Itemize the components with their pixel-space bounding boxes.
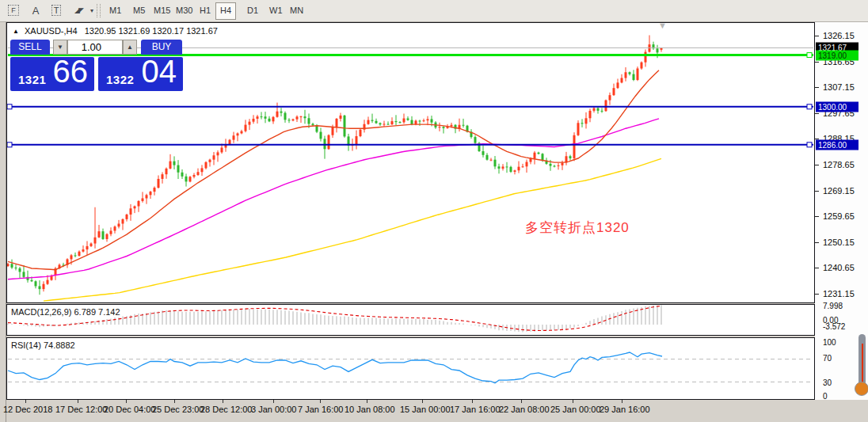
buy-price-display[interactable]: 1322 04 — [98, 57, 183, 91]
macd-scale-label: 7.998 — [823, 302, 843, 310]
time-label: 7 Jan 16:00 — [298, 405, 344, 414]
timeframe-button-m30[interactable]: M30 — [171, 2, 197, 18]
price-tick-label: 1259.65 — [823, 211, 855, 221]
price-tick-dash — [815, 87, 819, 88]
buy-button[interactable]: BUY — [141, 40, 182, 55]
collapse-triangle-icon[interactable]: ▲ — [13, 28, 19, 35]
fib-grid-glyph: F — [8, 5, 19, 16]
sell-price-main: 66 — [53, 54, 89, 89]
time-label: 25 Dec 23:00 — [152, 405, 204, 414]
macd-pane[interactable] — [6, 304, 815, 336]
price-tick-dash — [815, 62, 819, 63]
timeframe-button-m1[interactable]: M1 — [105, 2, 126, 18]
window-left-edge — [0, 22, 6, 422]
time-tick — [25, 400, 26, 403]
volume-down-button[interactable]: ▼ — [53, 40, 67, 55]
text-label-icon[interactable]: A — [29, 2, 43, 18]
arrows-tool-icon[interactable]: ◢◤ — [70, 2, 87, 18]
blue-line-1300-handle[interactable] — [807, 105, 812, 109]
chart-title: ▲ XAUUSD-,H4 1320.95 1321.69 1320.17 132… — [13, 26, 218, 36]
macd-chart — [7, 305, 814, 335]
buy-price-main: 04 — [142, 54, 177, 89]
timeframe-button-h1[interactable]: H1 — [195, 2, 215, 18]
buy-price-prefix: 1322 — [106, 73, 134, 86]
time-tick — [367, 400, 367, 403]
time-label: 25 Jan 00:00 — [550, 405, 601, 414]
price-tick-dash — [815, 113, 819, 114]
chart-ohlc: 1320.95 1321.69 1320.17 1321.67 — [85, 26, 218, 36]
time-tick — [126, 400, 127, 403]
rsi-pane[interactable] — [6, 337, 815, 400]
price-tick-label: 1231.15 — [823, 289, 855, 298]
chart-shift-icon[interactable]: ▼ — [658, 21, 667, 30]
blue-line-1300-handle[interactable] — [7, 105, 12, 109]
time-tick — [174, 400, 175, 403]
rsi-scale-label: 30 — [823, 378, 832, 387]
price-tick-dash — [815, 36, 819, 36]
time-tick — [273, 400, 274, 403]
blue-line-1286-handle[interactable] — [807, 143, 812, 147]
price-badge-1286.00: 1286.00 — [816, 139, 858, 150]
time-tick — [320, 400, 321, 403]
rsi-label: RSI(14) 74.8882 — [11, 340, 75, 350]
price-tick-label: 1250.15 — [823, 238, 855, 247]
time-label: 20 Dec 04:00 — [104, 405, 155, 414]
time-label: 12 Dec 2018 — [3, 405, 52, 414]
rsi-scale-label: 100 — [823, 338, 836, 347]
time-label: 28 Dec 12:00 — [200, 405, 252, 414]
price-tick-label: 1278.65 — [823, 160, 855, 169]
time-label: 15 Jan 00:00 — [400, 405, 451, 414]
chart-annotation-text: 多空转折点1320 — [525, 219, 630, 237]
sell-button[interactable]: SELL — [10, 40, 50, 55]
time-tick — [472, 400, 473, 403]
blue-line-1286-handle[interactable] — [7, 143, 12, 147]
green-support-line-handle[interactable] — [807, 53, 812, 58]
price-tick-dash — [815, 165, 819, 165]
time-axis[interactable]: 12 Dec 201817 Dec 12:0020 Dec 04:0025 De… — [6, 400, 815, 422]
time-label: 10 Jan 08:00 — [345, 405, 395, 414]
price-tick-label: 1307.15 — [823, 82, 855, 92]
macd-label: MACD(12,26,9) 6.789 7.142 — [11, 307, 120, 317]
fib-grid-icon[interactable]: F — [5, 2, 22, 18]
one-click-trade-panel: SELL ▼ 1.00 ▲ BUY 1321 66 1322 04 — [10, 40, 183, 92]
timeframe-button-d1[interactable]: D1 — [242, 2, 263, 18]
time-tick — [422, 400, 423, 403]
volume-input[interactable]: 1.00 — [67, 40, 123, 55]
dropdown-caret-icon[interactable]: ▾ — [87, 2, 97, 18]
rsi-chart — [7, 338, 814, 399]
time-label: 29 Jan 16:00 — [600, 405, 650, 414]
timeframe-button-h4[interactable]: H4 — [215, 2, 236, 20]
rsi-scale-label: 70 — [823, 354, 832, 363]
time-tick — [223, 400, 223, 403]
thermometer-fill — [862, 344, 863, 385]
price-tick-dash — [815, 191, 819, 192]
trading-terminal-window: F A T ◢◤ ▾ M1M5M15M30H1H4D1W1MN ▲ XAUUSD… — [0, 0, 868, 422]
toolbar-grip[interactable] — [97, 4, 101, 17]
sell-price-prefix: 1321 — [18, 73, 46, 86]
time-tick — [78, 400, 78, 403]
time-tick — [573, 400, 573, 403]
timeframe-button-mn[interactable]: MN — [285, 2, 308, 18]
time-tick — [622, 400, 622, 403]
toolbar: F A T ◢◤ ▾ M1M5M15M30H1H4D1W1MN — [0, 0, 868, 22]
text-box-icon[interactable]: T — [48, 2, 65, 18]
price-badge-1319.00: 1319.00 — [816, 50, 858, 60]
time-label: 22 Jan 08:00 — [499, 405, 550, 414]
price-badge-1300.00: 1300.00 — [816, 101, 858, 112]
timeframe-button-w1[interactable]: W1 — [265, 2, 287, 18]
time-label: 17 Jan 16:00 — [450, 405, 501, 414]
thermometer-icon — [851, 333, 868, 404]
timeframe-button-m5[interactable]: M5 — [128, 2, 150, 18]
price-tick-dash — [815, 216, 819, 217]
rsi-line — [8, 352, 662, 383]
macd-scale-label: -3.572 — [823, 322, 845, 331]
text-box-glyph: T — [51, 5, 62, 16]
ma-fast-red — [8, 70, 659, 270]
price-tick-label: 1240.65 — [823, 263, 855, 272]
price-tick-dash — [815, 294, 819, 295]
time-label: 17 Dec 12:00 — [55, 405, 107, 414]
thermometer-bulb — [855, 382, 868, 396]
price-tick-dash — [815, 268, 819, 268]
volume-up-button[interactable]: ▲ — [123, 40, 137, 55]
sell-price-display[interactable]: 1321 66 — [10, 57, 94, 91]
